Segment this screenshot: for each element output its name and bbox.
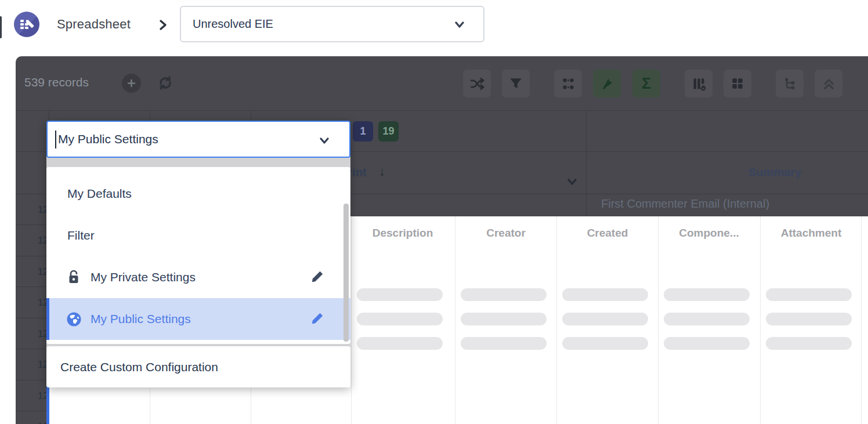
pencil-icon bbox=[311, 312, 324, 325]
breadcrumb-chevron-icon bbox=[158, 18, 168, 32]
add-record-button[interactable] bbox=[122, 74, 141, 93]
skeleton-cell bbox=[664, 337, 750, 350]
columns-settings-icon bbox=[691, 76, 707, 92]
skeleton-cell bbox=[357, 288, 443, 301]
skeleton-cell bbox=[357, 337, 443, 350]
menu-item-my-defaults[interactable]: My Defaults bbox=[46, 173, 350, 215]
sum-button[interactable]: Σ bbox=[632, 70, 660, 97]
skeleton-cell bbox=[562, 313, 648, 325]
page-title: Spreadsheet bbox=[57, 17, 131, 32]
spreadsheet-pencil-icon bbox=[19, 16, 35, 32]
skeleton-cell bbox=[461, 288, 547, 301]
skeleton-cell bbox=[664, 313, 750, 325]
body-column-line bbox=[658, 216, 659, 424]
spreadsheet-app: Spreadsheet Unresolved EIE 539 records bbox=[0, 0, 868, 424]
paint-icon bbox=[599, 76, 615, 92]
row-number[interactable]: 123 bbox=[16, 224, 49, 256]
column-header-attachment[interactable]: Attachment bbox=[760, 227, 862, 240]
reorder-button[interactable] bbox=[554, 70, 582, 97]
config-input-value: My Public Settings bbox=[58, 132, 158, 146]
pencil-icon bbox=[311, 270, 324, 283]
row-number[interactable]: 125 bbox=[16, 287, 49, 318]
column-settings-button[interactable] bbox=[685, 70, 713, 97]
column-header-components[interactable]: Compone... bbox=[658, 227, 760, 240]
collapse-all-button[interactable] bbox=[815, 70, 842, 97]
skeleton-cell bbox=[766, 313, 852, 325]
menu-item-my-private-settings[interactable]: My Private Settings bbox=[46, 256, 350, 298]
skeleton-cell bbox=[357, 313, 443, 325]
config-menu-list: My Defaults Filter My Private Settings bbox=[46, 167, 350, 344]
sigma-icon: Σ bbox=[642, 76, 651, 92]
skeleton-cell bbox=[766, 288, 852, 301]
sprint-badge-19[interactable]: 19 bbox=[378, 121, 399, 142]
sprint-badge-1[interactable]: 1 bbox=[353, 121, 373, 142]
collapse-icon bbox=[821, 76, 837, 92]
hierarchy-button[interactable] bbox=[776, 70, 804, 97]
layout-grid-button[interactable] bbox=[724, 70, 751, 97]
column-header-created[interactable]: Created bbox=[556, 227, 659, 240]
lock-icon bbox=[65, 269, 82, 285]
summary-column-header[interactable]: Summary bbox=[748, 166, 801, 179]
filter-button[interactable] bbox=[502, 70, 530, 97]
body-column-line bbox=[455, 216, 455, 424]
summary-cell-value: First Commenter Email (Internal) bbox=[601, 197, 769, 211]
edge-sliver bbox=[0, 16, 2, 38]
refresh-icon bbox=[156, 74, 175, 92]
skeleton-cell bbox=[562, 288, 648, 301]
skeleton-cell bbox=[461, 337, 547, 350]
refresh-button[interactable] bbox=[154, 72, 176, 94]
column-divider-dark bbox=[586, 111, 587, 216]
shuffle-icon bbox=[469, 76, 485, 92]
body-column-line bbox=[556, 216, 557, 424]
sort-descending-icon: ↓ bbox=[379, 165, 385, 179]
skeleton-cell bbox=[562, 337, 648, 350]
view-selector-value: Unresolved EIE bbox=[193, 17, 273, 31]
grid-icon bbox=[730, 76, 745, 91]
config-search-input[interactable]: My Public Settings bbox=[46, 121, 350, 158]
row-number[interactable]: 126 bbox=[16, 318, 49, 349]
body-column-line bbox=[861, 216, 862, 424]
tree-icon bbox=[782, 76, 798, 92]
text-cursor bbox=[55, 131, 56, 148]
shuffle-button[interactable] bbox=[463, 70, 491, 97]
records-count: 539 records bbox=[24, 75, 89, 89]
skeleton-cell bbox=[766, 337, 852, 350]
toolbar-divider bbox=[16, 110, 868, 111]
globe-icon bbox=[65, 311, 82, 327]
chevron-down-icon[interactable] bbox=[318, 136, 331, 146]
view-selector[interactable]: Unresolved EIE bbox=[180, 6, 484, 42]
menu-scrollbar[interactable] bbox=[343, 204, 349, 342]
app-logo bbox=[14, 12, 39, 37]
row-number[interactable]: 122 bbox=[16, 194, 49, 225]
selected-item-bar bbox=[46, 298, 49, 340]
column-header-creator[interactable]: Creator bbox=[455, 227, 557, 240]
edit-private-settings-button[interactable] bbox=[311, 270, 324, 285]
column-menu-chevron-icon[interactable] bbox=[565, 177, 579, 187]
row-number[interactable]: 124 bbox=[16, 256, 49, 287]
create-custom-configuration-button[interactable]: Create Custom Configuration bbox=[46, 346, 350, 387]
body-column-line bbox=[351, 216, 352, 424]
format-painter-button[interactable] bbox=[593, 70, 621, 97]
menu-item-my-public-settings[interactable]: My Public Settings bbox=[46, 298, 350, 340]
row-number[interactable]: 128 bbox=[16, 380, 49, 411]
column-header-description[interactable]: Description bbox=[352, 227, 454, 240]
body-column-line bbox=[760, 216, 761, 424]
row-number[interactable]: 129 bbox=[16, 411, 49, 424]
drag-dots-icon bbox=[560, 76, 576, 92]
plus-icon bbox=[126, 78, 136, 88]
filter-icon bbox=[508, 76, 523, 91]
skeleton-cell bbox=[664, 288, 750, 301]
edit-public-settings-button[interactable] bbox=[311, 312, 324, 327]
skeleton-cell bbox=[461, 313, 547, 325]
menu-item-filter[interactable]: Filter bbox=[46, 215, 350, 256]
chevron-down-icon bbox=[453, 20, 466, 30]
row-number[interactable]: 127 bbox=[16, 349, 49, 380]
